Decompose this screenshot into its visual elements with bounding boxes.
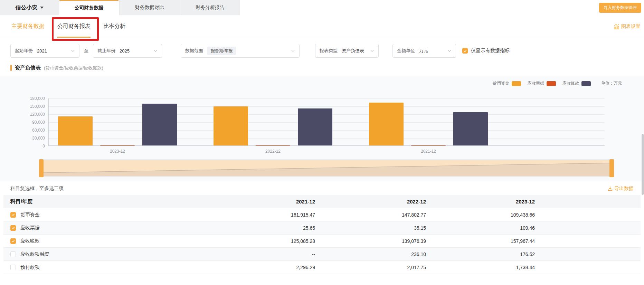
table-toolbar: 科目复选框，至多选三项 导出数据 bbox=[10, 186, 634, 192]
end-year-select[interactable]: 截止年份 2025 bbox=[93, 44, 162, 58]
y-tick-label: 0 bbox=[20, 144, 45, 149]
cell-value: 147,802.77 bbox=[315, 212, 426, 218]
chevron-down-icon bbox=[291, 49, 295, 53]
bar-应收票据-2022-12 bbox=[256, 145, 290, 146]
table-row-monetary-funds: 货币资金 161,915.47 147,802.77 109,438.66 bbox=[3, 208, 641, 221]
only-show-data-toggle[interactable]: 仅显示有数据指标 bbox=[462, 48, 510, 54]
x-tick-label: 2023-12 bbox=[110, 149, 125, 154]
to-label: 至 bbox=[84, 48, 88, 54]
data-zoom-band[interactable] bbox=[44, 160, 609, 176]
table-header-row: 科目/年度 2021-12 2022-12 2023-12 bbox=[3, 195, 641, 208]
only-data-checkbox[interactable] bbox=[462, 48, 468, 54]
data-zoom-handle-right[interactable] bbox=[609, 159, 614, 177]
section-title: 资产负债表 (货币资金/应收票据/应收账款) bbox=[10, 65, 644, 71]
cell-value: 125,085.28 bbox=[204, 238, 315, 244]
topbar-tabs-area: 信公小安 公司财务数据 财务数据对比 财务分析报告 bbox=[0, 0, 240, 15]
cell-value: 236.10 bbox=[315, 251, 426, 257]
bar-货币资金-2021-12 bbox=[369, 103, 404, 145]
legend-item-notes-receivable[interactable]: 应收票据 bbox=[528, 80, 556, 86]
subtab-label: 公司财务报表 bbox=[57, 23, 91, 30]
start-year-select[interactable]: 起始年份 2021 bbox=[10, 44, 79, 58]
chart-settings-button[interactable]: 图表设置 bbox=[614, 15, 644, 38]
chart-unit-note: 单位：万元 bbox=[601, 80, 622, 86]
cell-value: -- bbox=[204, 251, 315, 257]
top-tab-label: 公司财务数据 bbox=[75, 5, 104, 11]
export-data-button[interactable]: 导出数据 bbox=[608, 186, 634, 192]
column-header-subject: 科目/年度 bbox=[3, 198, 204, 205]
bar-应收账款-2023-12 bbox=[142, 104, 177, 145]
data-zoom-slider[interactable] bbox=[39, 159, 614, 177]
legend-item-monetary-funds[interactable]: 货币资金 bbox=[493, 80, 521, 86]
amount-unit-value: 万元 bbox=[419, 48, 428, 54]
top-tab-company-financial-data[interactable]: 公司财务数据 bbox=[59, 0, 119, 15]
section-subtitle: (货币资金/应收票据/应收账款) bbox=[44, 65, 103, 71]
column-header-2023: 2023-12 bbox=[426, 199, 535, 205]
data-zoom-preview bbox=[44, 160, 609, 176]
legend-label: 货币资金 bbox=[493, 80, 509, 86]
y-tick-label: 180,000 bbox=[20, 96, 45, 101]
chevron-down-icon bbox=[153, 49, 158, 53]
section-name: 资产负债表 bbox=[15, 65, 41, 71]
y-tick-label: 30,000 bbox=[20, 136, 45, 141]
bar-应收票据-2021-12 bbox=[411, 145, 446, 146]
chevron-down-icon bbox=[71, 49, 75, 53]
data-range-label: 数据范围 bbox=[185, 48, 203, 54]
subtab-company-financial-statements[interactable]: 公司财务报表 bbox=[57, 15, 91, 38]
section-accent-bar bbox=[10, 65, 12, 71]
cell-value: 161,915.47 bbox=[204, 212, 315, 218]
data-range-select[interactable]: 数据范围 报告期/年报 bbox=[181, 44, 300, 58]
cell-value: 2,017.75 bbox=[315, 265, 426, 270]
chevron-down-icon bbox=[370, 49, 374, 53]
download-icon bbox=[608, 186, 613, 191]
data-zoom-handle-left[interactable] bbox=[39, 159, 44, 177]
x-tick-label: 2021-12 bbox=[421, 149, 436, 154]
end-year-label: 截止年份 bbox=[97, 48, 115, 54]
top-tab-financial-analysis-report[interactable]: 财务分析报告 bbox=[180, 0, 240, 15]
table-row-receivables-financing: 应收款项融资 -- 236.10 176.52 bbox=[3, 248, 641, 261]
row-checkbox[interactable] bbox=[10, 238, 16, 244]
bar-货币资金-2023-12 bbox=[58, 116, 93, 145]
gridline bbox=[48, 98, 605, 99]
y-axis-line bbox=[48, 98, 49, 146]
y-tick-label: 60,000 bbox=[20, 128, 45, 133]
report-type-value: 资产负债表 bbox=[342, 48, 364, 54]
legend-label: 应收账款 bbox=[562, 80, 579, 86]
subtab-main-financial-data[interactable]: 主要财务数据 bbox=[11, 15, 45, 38]
brand-name: 信公小安 bbox=[16, 4, 38, 11]
y-tick-label: 90,000 bbox=[20, 120, 45, 125]
cell-value: 139,076.39 bbox=[315, 238, 426, 244]
cell-value: 1,738.44 bbox=[426, 265, 535, 270]
legend-swatch-navy bbox=[581, 81, 591, 86]
legend-item-accounts-receivable[interactable]: 应收账款 bbox=[562, 80, 591, 86]
checkbox-hint-text: 科目复选框，至多选三项 bbox=[10, 186, 64, 192]
filter-row: 起始年份 2021 至 截止年份 2025 数据范围 报告期/年报 报表类型 资… bbox=[10, 44, 644, 58]
top-tab-label: 财务数据对比 bbox=[135, 4, 164, 11]
cell-value: 176.52 bbox=[426, 251, 535, 257]
export-data-label: 导出数据 bbox=[614, 186, 634, 192]
chart-plot-area: 180,000 150,000 120,000 90,000 60,000 30… bbox=[48, 98, 605, 146]
subtab-label: 主要财务数据 bbox=[11, 23, 45, 30]
table-body: 货币资金 161,915.47 147,802.77 109,438.66 应收… bbox=[3, 208, 641, 274]
bar-应收账款-2021-12 bbox=[453, 112, 488, 145]
data-range-value-tag: 报告期/年报 bbox=[207, 47, 236, 55]
row-label: 货币资金 bbox=[20, 212, 40, 218]
import-financial-data-button[interactable]: 导入财务数据管理 bbox=[599, 3, 641, 13]
row-checkbox[interactable] bbox=[10, 265, 16, 270]
legend-label: 应收票据 bbox=[528, 80, 544, 86]
row-label: 应收账款 bbox=[20, 238, 40, 244]
row-checkbox[interactable] bbox=[10, 251, 16, 257]
bar-货币资金-2022-12 bbox=[214, 106, 248, 145]
row-checkbox[interactable] bbox=[10, 212, 16, 218]
cell-value: 157,967.44 bbox=[426, 238, 535, 244]
top-tab-financial-data-compare[interactable]: 财务数据对比 bbox=[119, 0, 180, 15]
row-label: 应收款项融资 bbox=[20, 251, 49, 257]
x-tick-label: 2022-12 bbox=[265, 149, 281, 154]
start-year-value: 2021 bbox=[37, 48, 47, 54]
scrollbar-thumb[interactable] bbox=[642, 134, 644, 195]
report-type-select[interactable]: 报表类型 资产负债表 bbox=[315, 44, 379, 58]
amount-unit-select[interactable]: 金额单位 万元 bbox=[392, 44, 456, 58]
subtab-ratio-analysis[interactable]: 比率分析 bbox=[103, 15, 125, 38]
only-data-label: 仅显示有数据指标 bbox=[471, 48, 510, 54]
row-checkbox[interactable] bbox=[10, 225, 16, 231]
brand-dropdown[interactable]: 信公小安 bbox=[0, 0, 59, 15]
